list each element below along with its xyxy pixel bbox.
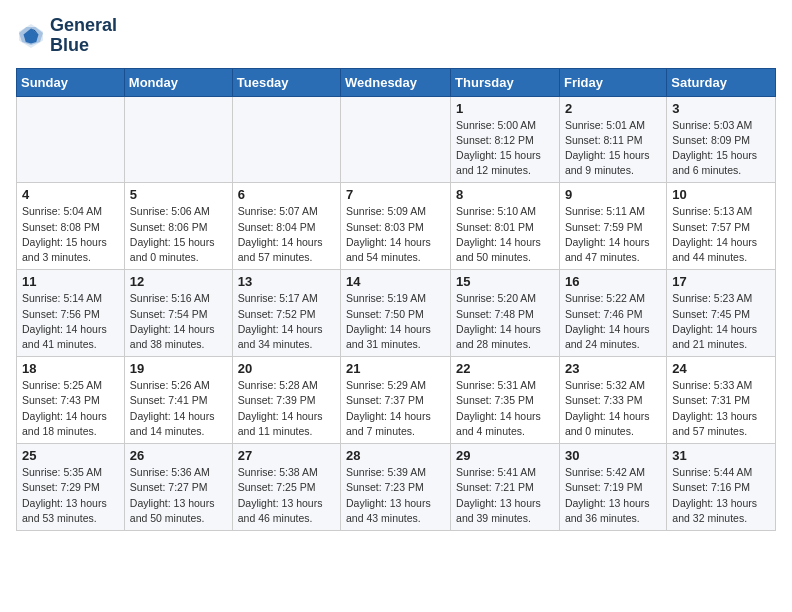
day-number: 28 xyxy=(346,448,445,463)
calendar-cell: 30Sunrise: 5:42 AM Sunset: 7:19 PM Dayli… xyxy=(559,444,666,531)
day-info: Sunrise: 5:41 AM Sunset: 7:21 PM Dayligh… xyxy=(456,465,554,526)
day-info: Sunrise: 5:11 AM Sunset: 7:59 PM Dayligh… xyxy=(565,204,661,265)
calendar-cell: 14Sunrise: 5:19 AM Sunset: 7:50 PM Dayli… xyxy=(341,270,451,357)
day-info: Sunrise: 5:16 AM Sunset: 7:54 PM Dayligh… xyxy=(130,291,227,352)
day-info: Sunrise: 5:13 AM Sunset: 7:57 PM Dayligh… xyxy=(672,204,770,265)
calendar-cell: 24Sunrise: 5:33 AM Sunset: 7:31 PM Dayli… xyxy=(667,357,776,444)
day-number: 26 xyxy=(130,448,227,463)
day-info: Sunrise: 5:10 AM Sunset: 8:01 PM Dayligh… xyxy=(456,204,554,265)
calendar-cell: 6Sunrise: 5:07 AM Sunset: 8:04 PM Daylig… xyxy=(232,183,340,270)
day-number: 24 xyxy=(672,361,770,376)
weekday-header-row: SundayMondayTuesdayWednesdayThursdayFrid… xyxy=(17,68,776,96)
logo: General Blue xyxy=(16,16,117,56)
calendar-cell: 4Sunrise: 5:04 AM Sunset: 8:08 PM Daylig… xyxy=(17,183,125,270)
day-number: 20 xyxy=(238,361,335,376)
calendar-cell: 20Sunrise: 5:28 AM Sunset: 7:39 PM Dayli… xyxy=(232,357,340,444)
week-row-2: 4Sunrise: 5:04 AM Sunset: 8:08 PM Daylig… xyxy=(17,183,776,270)
calendar-cell: 3Sunrise: 5:03 AM Sunset: 8:09 PM Daylig… xyxy=(667,96,776,183)
calendar-cell: 15Sunrise: 5:20 AM Sunset: 7:48 PM Dayli… xyxy=(451,270,560,357)
calendar-cell: 12Sunrise: 5:16 AM Sunset: 7:54 PM Dayli… xyxy=(124,270,232,357)
weekday-header-saturday: Saturday xyxy=(667,68,776,96)
calendar-cell: 5Sunrise: 5:06 AM Sunset: 8:06 PM Daylig… xyxy=(124,183,232,270)
logo-icon xyxy=(16,21,46,51)
day-number: 1 xyxy=(456,101,554,116)
day-info: Sunrise: 5:25 AM Sunset: 7:43 PM Dayligh… xyxy=(22,378,119,439)
calendar-cell: 16Sunrise: 5:22 AM Sunset: 7:46 PM Dayli… xyxy=(559,270,666,357)
calendar-cell: 28Sunrise: 5:39 AM Sunset: 7:23 PM Dayli… xyxy=(341,444,451,531)
calendar-cell: 8Sunrise: 5:10 AM Sunset: 8:01 PM Daylig… xyxy=(451,183,560,270)
day-info: Sunrise: 5:17 AM Sunset: 7:52 PM Dayligh… xyxy=(238,291,335,352)
day-number: 17 xyxy=(672,274,770,289)
day-info: Sunrise: 5:01 AM Sunset: 8:11 PM Dayligh… xyxy=(565,118,661,179)
day-number: 18 xyxy=(22,361,119,376)
calendar-cell: 2Sunrise: 5:01 AM Sunset: 8:11 PM Daylig… xyxy=(559,96,666,183)
day-number: 14 xyxy=(346,274,445,289)
day-info: Sunrise: 5:42 AM Sunset: 7:19 PM Dayligh… xyxy=(565,465,661,526)
weekday-header-monday: Monday xyxy=(124,68,232,96)
calendar-cell: 17Sunrise: 5:23 AM Sunset: 7:45 PM Dayli… xyxy=(667,270,776,357)
day-info: Sunrise: 5:44 AM Sunset: 7:16 PM Dayligh… xyxy=(672,465,770,526)
day-number: 13 xyxy=(238,274,335,289)
calendar-cell: 19Sunrise: 5:26 AM Sunset: 7:41 PM Dayli… xyxy=(124,357,232,444)
week-row-4: 18Sunrise: 5:25 AM Sunset: 7:43 PM Dayli… xyxy=(17,357,776,444)
day-number: 2 xyxy=(565,101,661,116)
day-info: Sunrise: 5:07 AM Sunset: 8:04 PM Dayligh… xyxy=(238,204,335,265)
day-number: 22 xyxy=(456,361,554,376)
calendar-cell: 1Sunrise: 5:00 AM Sunset: 8:12 PM Daylig… xyxy=(451,96,560,183)
day-number: 3 xyxy=(672,101,770,116)
day-number: 10 xyxy=(672,187,770,202)
day-info: Sunrise: 5:20 AM Sunset: 7:48 PM Dayligh… xyxy=(456,291,554,352)
calendar-cell xyxy=(17,96,125,183)
day-number: 6 xyxy=(238,187,335,202)
day-info: Sunrise: 5:32 AM Sunset: 7:33 PM Dayligh… xyxy=(565,378,661,439)
day-info: Sunrise: 5:04 AM Sunset: 8:08 PM Dayligh… xyxy=(22,204,119,265)
day-info: Sunrise: 5:35 AM Sunset: 7:29 PM Dayligh… xyxy=(22,465,119,526)
day-info: Sunrise: 5:39 AM Sunset: 7:23 PM Dayligh… xyxy=(346,465,445,526)
calendar-cell: 21Sunrise: 5:29 AM Sunset: 7:37 PM Dayli… xyxy=(341,357,451,444)
day-number: 30 xyxy=(565,448,661,463)
calendar-cell: 25Sunrise: 5:35 AM Sunset: 7:29 PM Dayli… xyxy=(17,444,125,531)
weekday-header-friday: Friday xyxy=(559,68,666,96)
calendar-cell: 27Sunrise: 5:38 AM Sunset: 7:25 PM Dayli… xyxy=(232,444,340,531)
calendar-cell: 31Sunrise: 5:44 AM Sunset: 7:16 PM Dayli… xyxy=(667,444,776,531)
day-number: 27 xyxy=(238,448,335,463)
day-number: 12 xyxy=(130,274,227,289)
week-row-5: 25Sunrise: 5:35 AM Sunset: 7:29 PM Dayli… xyxy=(17,444,776,531)
day-info: Sunrise: 5:31 AM Sunset: 7:35 PM Dayligh… xyxy=(456,378,554,439)
day-number: 25 xyxy=(22,448,119,463)
day-info: Sunrise: 5:36 AM Sunset: 7:27 PM Dayligh… xyxy=(130,465,227,526)
day-info: Sunrise: 5:00 AM Sunset: 8:12 PM Dayligh… xyxy=(456,118,554,179)
day-number: 15 xyxy=(456,274,554,289)
calendar-cell: 11Sunrise: 5:14 AM Sunset: 7:56 PM Dayli… xyxy=(17,270,125,357)
day-info: Sunrise: 5:03 AM Sunset: 8:09 PM Dayligh… xyxy=(672,118,770,179)
day-info: Sunrise: 5:06 AM Sunset: 8:06 PM Dayligh… xyxy=(130,204,227,265)
day-number: 5 xyxy=(130,187,227,202)
day-info: Sunrise: 5:23 AM Sunset: 7:45 PM Dayligh… xyxy=(672,291,770,352)
day-info: Sunrise: 5:26 AM Sunset: 7:41 PM Dayligh… xyxy=(130,378,227,439)
day-number: 19 xyxy=(130,361,227,376)
calendar-cell: 9Sunrise: 5:11 AM Sunset: 7:59 PM Daylig… xyxy=(559,183,666,270)
day-number: 8 xyxy=(456,187,554,202)
logo-text: General Blue xyxy=(50,16,117,56)
weekday-header-thursday: Thursday xyxy=(451,68,560,96)
calendar-cell: 7Sunrise: 5:09 AM Sunset: 8:03 PM Daylig… xyxy=(341,183,451,270)
calendar-cell: 22Sunrise: 5:31 AM Sunset: 7:35 PM Dayli… xyxy=(451,357,560,444)
day-number: 16 xyxy=(565,274,661,289)
calendar-table: SundayMondayTuesdayWednesdayThursdayFrid… xyxy=(16,68,776,531)
day-info: Sunrise: 5:38 AM Sunset: 7:25 PM Dayligh… xyxy=(238,465,335,526)
calendar-cell: 29Sunrise: 5:41 AM Sunset: 7:21 PM Dayli… xyxy=(451,444,560,531)
week-row-3: 11Sunrise: 5:14 AM Sunset: 7:56 PM Dayli… xyxy=(17,270,776,357)
day-info: Sunrise: 5:14 AM Sunset: 7:56 PM Dayligh… xyxy=(22,291,119,352)
day-number: 7 xyxy=(346,187,445,202)
calendar-cell: 26Sunrise: 5:36 AM Sunset: 7:27 PM Dayli… xyxy=(124,444,232,531)
calendar-cell: 13Sunrise: 5:17 AM Sunset: 7:52 PM Dayli… xyxy=(232,270,340,357)
day-number: 11 xyxy=(22,274,119,289)
calendar-cell xyxy=(124,96,232,183)
day-info: Sunrise: 5:29 AM Sunset: 7:37 PM Dayligh… xyxy=(346,378,445,439)
weekday-header-tuesday: Tuesday xyxy=(232,68,340,96)
day-info: Sunrise: 5:33 AM Sunset: 7:31 PM Dayligh… xyxy=(672,378,770,439)
day-info: Sunrise: 5:28 AM Sunset: 7:39 PM Dayligh… xyxy=(238,378,335,439)
day-info: Sunrise: 5:22 AM Sunset: 7:46 PM Dayligh… xyxy=(565,291,661,352)
calendar-cell xyxy=(341,96,451,183)
page-header: General Blue xyxy=(16,16,776,56)
